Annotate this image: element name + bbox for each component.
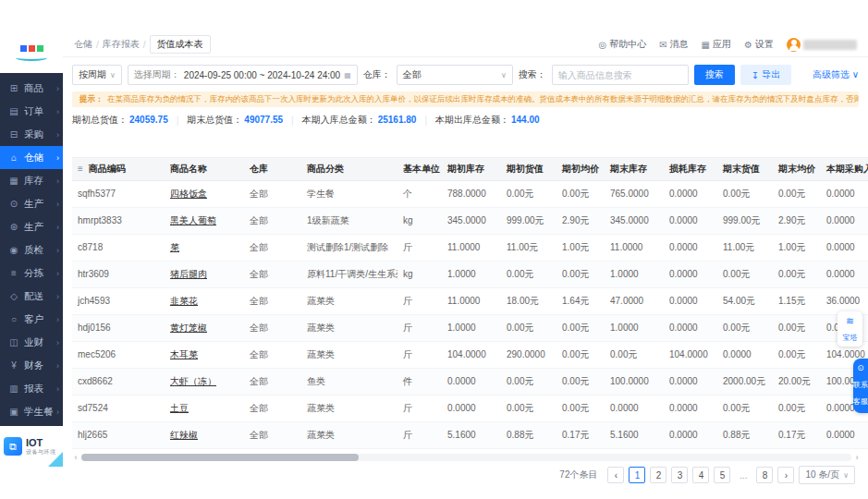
horizontal-scrollbar: ‹ ›	[72, 453, 861, 461]
next-page-button[interactable]: ›	[777, 467, 794, 483]
table-cell: 0.0000	[664, 421, 717, 448]
product-name-link[interactable]: 红辣椒	[165, 421, 244, 448]
page-button-2[interactable]: 2	[650, 467, 666, 483]
column-header: 期初货值	[501, 158, 556, 180]
column-header: 基本单位	[397, 158, 442, 180]
sidebar-item-purchase[interactable]: ⊟采购›	[0, 123, 63, 146]
page-buttons: 12345...8	[629, 467, 773, 483]
scrollbar-track[interactable]	[81, 454, 851, 461]
advanced-filter-toggle[interactable]: 高级筛选 ∨	[813, 68, 859, 81]
table-cell: 0.0000	[664, 314, 717, 341]
contact-support-tab[interactable]: ⊙ 联系客服	[853, 359, 868, 413]
sidebar-item-delivery[interactable]: ◇配送›	[0, 285, 63, 308]
table-cell: 0.0000	[605, 395, 664, 421]
page-button-5[interactable]: 5	[714, 467, 730, 483]
apps-action[interactable]: ▦ 应用	[702, 38, 731, 51]
calendar-icon[interactable]: ▦	[344, 71, 351, 79]
table-cell: 11.00元	[717, 234, 773, 261]
product-name-link[interactable]: 土豆	[165, 395, 244, 421]
warehouse-select[interactable]: 全部 ∨	[397, 65, 513, 85]
breadcrumb-current-page[interactable]: 货值成本表	[150, 35, 211, 54]
sidebar-item-finance[interactable]: ¥财务›	[0, 354, 63, 377]
sidebar-item-report[interactable]: ▥报表›	[0, 377, 63, 400]
table-cell: 鱼类	[301, 368, 397, 395]
period-label: 选择周期：	[134, 68, 180, 81]
sidebar-item-label: 质检	[24, 244, 43, 257]
baota-float-badge[interactable]: ≋ 宝塔	[837, 311, 862, 347]
product-name-link[interactable]: 木耳菜	[165, 341, 244, 368]
prev-page-button[interactable]: ‹	[607, 467, 624, 483]
product-name-link[interactable]: 菜	[165, 234, 244, 261]
messages-action[interactable]: ✉ 消息	[659, 38, 688, 51]
sidebar-item-order[interactable]: ▤订单›	[0, 100, 63, 123]
page-button-1[interactable]: 1	[629, 467, 645, 483]
sidebar-item-sorting[interactable]: ≡分拣›	[0, 262, 63, 285]
page-button-8[interactable]: 8	[756, 467, 773, 483]
search-button[interactable]: 搜索	[694, 65, 735, 85]
table-cell: 蔬菜类	[301, 421, 397, 448]
table-cell: 788.0000	[442, 180, 501, 207]
product-name-link[interactable]: 猪后腿肉	[165, 261, 244, 287]
sidebar-item-label: 学生餐	[24, 406, 54, 419]
sidebar-item-quality[interactable]: ◉质检›	[0, 238, 63, 262]
table-cell: 全部	[244, 287, 301, 314]
sidebar-item-customer[interactable]: ○客户›	[0, 308, 63, 331]
order-icon: ▤	[8, 106, 19, 116]
export-button[interactable]: ↧ 导出	[740, 65, 791, 85]
table-cell: 原料11/干调类/生生系列商品	[301, 261, 397, 287]
sidebar-item-production[interactable]: ⊙生产›	[0, 192, 63, 215]
search-input[interactable]	[552, 65, 689, 85]
message-icon: ✉	[659, 40, 666, 50]
sidebar-item-inventory[interactable]: ▦库存›	[0, 169, 63, 192]
scrollbar-thumb[interactable]	[81, 454, 359, 461]
period-type-select[interactable]: 按周期 ∨	[72, 65, 122, 85]
chevron-right-icon: ›	[56, 200, 59, 209]
page-size-select[interactable]: 10 条/页 ∨	[799, 466, 855, 484]
page-button-3[interactable]: 3	[671, 467, 688, 483]
help-center-action[interactable]: ◎ 帮助中心	[598, 38, 646, 51]
chevron-right-icon: ›	[56, 223, 59, 232]
sidebar-item-student-meal[interactable]: ▣学生餐›	[0, 400, 63, 423]
column-settings-icon[interactable]: ≡	[78, 164, 83, 174]
sidebar-item-warehouse[interactable]: ⌂仓储›	[0, 146, 63, 169]
table-cell: 1.00元	[773, 234, 821, 261]
table-cell: 0.0000	[821, 180, 868, 207]
table-cell: 斤	[397, 234, 442, 261]
table-cell: 345.0000	[605, 207, 664, 234]
summary-item: 期初总货值：24059.75	[72, 114, 168, 127]
chevron-down-icon: ∨	[852, 69, 859, 79]
product-name-link[interactable]: 韭菜花	[165, 287, 244, 314]
table-body: sqfh5377四格饭盒全部学生餐个788.00000.00元0.00元765.…	[72, 180, 868, 448]
breadcrumb-warehouse[interactable]: 仓储	[74, 38, 92, 51]
table-cell: 1级新蔬菜	[301, 207, 397, 234]
chevron-right-icon: ›	[56, 84, 59, 93]
settings-action[interactable]: ⚙ 设置	[744, 38, 774, 51]
product-name-link[interactable]: 黄灯笼椒	[165, 314, 244, 341]
chevron-right-icon: ›	[56, 153, 59, 163]
iot-chip-icon: ⧉	[4, 437, 22, 456]
summary-bar: 期初总货值：24059.75|期末总货值：49077.55|本期入库总金额：25…	[63, 107, 868, 132]
product-code-cell: htr3609	[72, 261, 165, 287]
sidebar-item-business-finance[interactable]: ◫业财›	[0, 331, 63, 354]
scroll-left-icon[interactable]: ‹	[72, 453, 79, 462]
table-cell: 0.0000	[717, 341, 773, 368]
breadcrumb-inventory-report[interactable]: 库存报表	[103, 38, 140, 51]
table-cell: 11.0000	[442, 234, 501, 261]
table-cell: 0.0000	[664, 395, 717, 421]
sidebar-item-production2[interactable]: ⊛生产›	[0, 215, 63, 238]
product-name-link[interactable]: 大虾（冻）	[165, 368, 244, 395]
product-name-link[interactable]: 四格饭盒	[165, 180, 244, 207]
table-cell: 全部	[244, 368, 301, 395]
sidebar-item-goods[interactable]: ⊞商品›	[0, 77, 63, 100]
scroll-right-icon[interactable]: ›	[853, 453, 861, 462]
period-range-picker[interactable]: 选择周期： 2024-09-25 00:00 ~ 2024-10-24 24:0…	[128, 65, 358, 85]
table-cell: 测试删除1/测试删除	[301, 234, 397, 261]
table-cell: 0.00元	[501, 395, 556, 421]
table-cell: 全部	[244, 314, 301, 341]
table-cell: 0.00元	[556, 180, 605, 207]
page-button-4[interactable]: 4	[692, 467, 709, 483]
summary-item: 期末总货值：49077.55	[187, 114, 283, 127]
topbar: 仓储 / 库存报表 / 货值成本表 ◎ 帮助中心 ✉ 消息 ▦ 应用 ⚙ 设置	[63, 32, 868, 57]
user-account[interactable]	[787, 38, 857, 52]
product-name-link[interactable]: 黑美人葡萄	[165, 207, 244, 234]
